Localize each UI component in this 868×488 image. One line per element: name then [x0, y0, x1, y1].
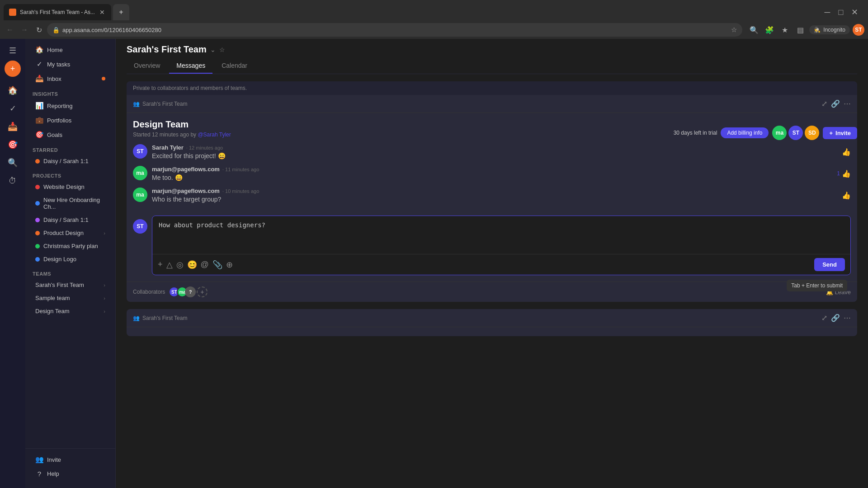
invite-button[interactable]: + Invite — [823, 127, 857, 139]
new-tab-button[interactable]: + — [113, 4, 129, 20]
goals-icon: 🎯 — [35, 131, 43, 139]
mention-tool[interactable]: @ — [201, 260, 209, 269]
nav-item-inbox[interactable]: 📥 Inbox — [28, 72, 113, 85]
nav-item-sample-team[interactable]: Sample team › — [28, 292, 113, 304]
link-icon-2[interactable]: 🔗 — [831, 314, 840, 322]
tasks-icon-thin[interactable]: ✓ — [5, 100, 21, 117]
lock-icon: 🔒 — [52, 27, 60, 33]
team-header: Sarah's First Team ⌄ ☆ Overview Messages… — [116, 39, 868, 74]
nav-item-new-hire[interactable]: New Hire Onboarding Ch... — [28, 194, 113, 213]
more-icon-2[interactable]: ⋯ — [844, 314, 851, 322]
attachment-tool[interactable]: 📎 — [212, 260, 222, 270]
nav-item-invite[interactable]: 👥 Invite — [28, 453, 113, 466]
like-button-3[interactable]: 👍 — [842, 188, 851, 203]
nav-item-product-design[interactable]: Product Design › — [28, 227, 113, 239]
bookmark-icon[interactable]: ☆ — [731, 26, 737, 34]
nav-item-design-team[interactable]: Design Team › — [28, 305, 113, 317]
teams-section-header: Teams — [25, 266, 115, 278]
nav-item-portfolios[interactable]: 💼 Portfolios — [28, 113, 113, 127]
message-card-actions-1: ⤢ 🔗 ⋯ — [821, 99, 851, 108]
reply-avatar: ST — [133, 219, 147, 234]
nav-item-my-tasks[interactable]: ✓ My tasks — [28, 57, 113, 71]
collab-avatars: ST ma ? — [169, 286, 193, 297]
address-bar-icons: ☆ — [731, 26, 737, 34]
like-button-2[interactable]: 1 👍 — [837, 166, 851, 181]
format-tool[interactable]: △ — [166, 260, 173, 270]
nav-item-daisy-sarah-2[interactable]: Daisy / Sarah 1:1 — [28, 214, 113, 226]
tab-close-button[interactable]: ✕ — [99, 8, 106, 17]
message-card-actions-2: ⤢ 🔗 ⋯ — [821, 314, 851, 322]
close-window-button[interactable]: ✕ — [848, 6, 861, 19]
chat-content-1: Sarah Tyler · 12 minutes ago Excited for… — [152, 144, 837, 160]
nav-item-sarahs-first-team[interactable]: Sarah's First Team › — [28, 279, 113, 291]
more-icon[interactable]: ⋯ — [844, 99, 851, 108]
nav-item-reporting[interactable]: 📊 Reporting — [28, 99, 113, 113]
profile-avatar[interactable]: ST — [853, 24, 864, 36]
chat-header-1: Sarah Tyler · 12 minutes ago — [152, 144, 837, 151]
nav-item-design-logo[interactable]: Design Logo — [28, 253, 113, 265]
sidebar-icon[interactable]: ▤ — [794, 23, 807, 36]
browser-toolbar: 🔍 🧩 ★ ▤ 🕵 Incognito ST — [748, 23, 864, 36]
add-collaborator-button[interactable]: + — [197, 286, 208, 297]
goals-icon-thin[interactable]: 🎯 — [5, 136, 21, 153]
team-icon-2: 👥 — [133, 315, 140, 321]
create-button[interactable]: + — [5, 61, 21, 77]
expand-icon[interactable]: ⤢ — [821, 99, 827, 108]
timer-icon-thin[interactable]: ⏱ — [5, 173, 21, 189]
home-icon-thin[interactable]: 🏠 — [5, 82, 21, 99]
reload-button[interactable]: ↻ — [33, 23, 45, 36]
maximize-button[interactable]: □ — [835, 6, 847, 19]
nav-item-website-design[interactable]: Website Design — [28, 181, 113, 193]
like-button-1[interactable]: 👍 — [842, 144, 851, 160]
design-logo-dot — [35, 257, 40, 262]
author-link[interactable]: @Sarah Tyler — [198, 131, 231, 138]
address-bar[interactable]: 🔒 app.asana.com/0/1206160406650280 ☆ — [47, 23, 742, 37]
team-favorite-star[interactable]: ☆ — [219, 46, 225, 53]
nav-item-help[interactable]: ? Help — [28, 467, 113, 480]
member-avatars: ma ST SD — [772, 126, 819, 140]
bookmark-star-icon[interactable]: ★ — [778, 23, 791, 36]
at-tool[interactable]: ◎ — [176, 260, 184, 270]
inbox-icon-thin[interactable]: 📥 — [5, 118, 21, 135]
thin-sidebar: ☰ + 🏠 ✓ 📥 🎯 🔍 ⏱ — [0, 39, 25, 488]
search-icon-thin[interactable]: 🔍 — [5, 155, 21, 171]
nav-item-goals[interactable]: 🎯 Goals — [28, 128, 113, 141]
collaborators-label: Collaborators — [133, 289, 165, 295]
nav-invite-label: Invite — [47, 456, 105, 463]
active-tab[interactable]: Sarah's First Team Team - As... ✕ — [4, 4, 111, 20]
inbox-notification-dot — [102, 77, 105, 80]
tab-calendar[interactable]: Calendar — [214, 58, 255, 74]
home-icon: 🏠 — [35, 46, 43, 54]
back-button[interactable]: ← — [4, 23, 16, 36]
trial-badge: 30 days left in trial — [674, 130, 717, 136]
menu-toggle[interactable]: ☰ — [5, 42, 21, 59]
expand-icon-2[interactable]: ⤢ — [821, 314, 827, 322]
team-label-1: Sarah's First Team — [142, 101, 187, 107]
add-tool[interactable]: + — [158, 260, 163, 269]
chat-content-2: marjun@pageflows.com · 11 minutes ago Me… — [152, 166, 832, 181]
nav-item-home[interactable]: 🏠 Home — [28, 43, 113, 56]
minimize-button[interactable]: ─ — [821, 6, 834, 19]
search-icon[interactable]: 🔍 — [748, 23, 760, 36]
add-billing-button[interactable]: Add billing info — [721, 127, 769, 138]
extensions-icon[interactable]: 🧩 — [763, 23, 776, 36]
forward-button[interactable]: → — [18, 23, 31, 36]
link-icon[interactable]: 🔗 — [831, 99, 840, 108]
nav-home-label: Home — [47, 47, 105, 53]
send-button[interactable]: Send — [814, 258, 845, 271]
emoji-tool[interactable]: 😊 — [187, 260, 197, 270]
tab-overview[interactable]: Overview — [127, 58, 167, 74]
team-dropdown-chevron[interactable]: ⌄ — [210, 46, 216, 53]
christmas-party-dot — [35, 244, 40, 249]
chat-time-3: · 10 minutes ago — [222, 188, 259, 194]
reply-input[interactable]: How about product designers? — [152, 216, 850, 252]
nav-item-daisy-sarah[interactable]: Daisy / Sarah 1:1 — [28, 155, 113, 167]
nav-website-design-label: Website Design — [43, 183, 105, 190]
message-card-team-2: 👥 Sarah's First Team — [133, 315, 187, 321]
reply-box: How about product designers? + △ ◎ 😊 @ 📎… — [152, 216, 851, 275]
chat-name-2: marjun@pageflows.com — [152, 166, 220, 173]
tab-messages[interactable]: Messages — [169, 58, 212, 74]
more-tool[interactable]: ⊕ — [226, 260, 233, 270]
nav-goals-label: Goals — [47, 131, 105, 138]
nav-item-christmas-party[interactable]: Christmas Party plan — [28, 240, 113, 252]
